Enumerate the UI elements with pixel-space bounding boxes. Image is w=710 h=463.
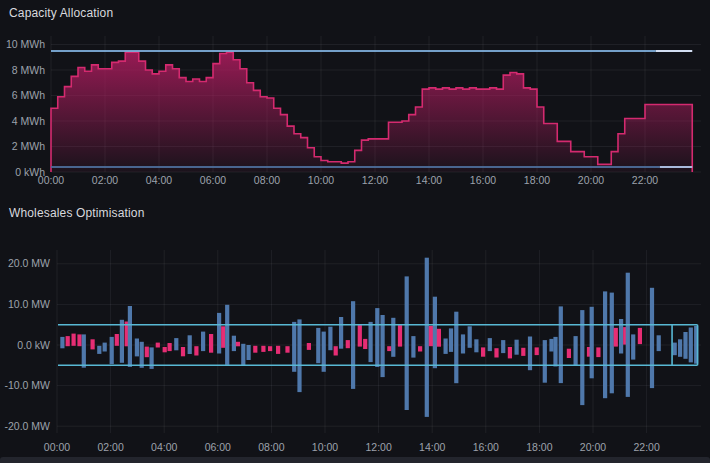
imbalance-bar[interactable] — [316, 328, 320, 363]
imbalance-bar[interactable] — [638, 328, 642, 344]
imbalance-bar[interactable] — [631, 334, 635, 359]
imbalance-bar[interactable] — [549, 339, 553, 352]
imbalance-bar[interactable] — [163, 347, 167, 352]
imbalance-bar[interactable] — [474, 339, 478, 352]
imbalance-bar[interactable] — [488, 338, 492, 351]
imbalance-bar[interactable] — [433, 297, 437, 369]
imbalance-bar[interactable] — [425, 258, 429, 417]
imbalance-bar[interactable] — [253, 346, 257, 353]
imbalance-bar[interactable] — [553, 337, 557, 367]
imbalance-bar[interactable] — [82, 334, 86, 367]
imbalance-bar[interactable] — [66, 336, 70, 346]
imbalance-bar[interactable] — [268, 346, 272, 351]
imbalance-bar[interactable] — [236, 342, 240, 347]
imbalance-bar[interactable] — [209, 334, 213, 353]
imbalance-bar[interactable] — [387, 346, 391, 351]
imbalance-bar[interactable] — [398, 325, 402, 347]
imbalance-bar[interactable] — [515, 340, 519, 355]
imbalance-bar[interactable] — [156, 343, 160, 348]
imbalance-bar[interactable] — [535, 347, 539, 355]
imbalance-bar[interactable] — [603, 291, 607, 398]
imbalance-bar[interactable] — [437, 329, 441, 347]
imbalance-bar[interactable] — [375, 308, 379, 367]
imbalance-bar[interactable] — [194, 346, 198, 355]
imbalance-bar[interactable] — [449, 328, 453, 352]
imbalance-bar[interactable] — [217, 313, 221, 354]
imbalance-bar[interactable] — [261, 346, 265, 352]
y-tick-label: 4 MWh — [12, 115, 45, 127]
imbalance-bar[interactable] — [276, 346, 280, 354]
imbalance-bar[interactable] — [494, 348, 498, 357]
imbalance-bar[interactable] — [501, 340, 505, 353]
y-tick-label: 8 MWh — [12, 64, 45, 76]
imbalance-bar[interactable] — [140, 342, 144, 368]
imbalance-bar[interactable] — [201, 332, 205, 352]
imbalance-bar[interactable] — [225, 305, 229, 365]
imbalance-bar[interactable] — [626, 273, 630, 397]
imbalance-bar[interactable] — [574, 336, 578, 366]
next-panel-top-edge — [0, 457, 710, 463]
imbalance-bar[interactable] — [508, 347, 512, 358]
imbalance-bar[interactable] — [77, 334, 81, 346]
x-tick-label: 16:00 — [470, 174, 496, 186]
imbalance-bar[interactable] — [292, 322, 296, 372]
imbalance-bar[interactable] — [468, 326, 472, 348]
imbalance-bar[interactable] — [297, 319, 301, 392]
imbalance-bar[interactable] — [110, 337, 114, 364]
imbalance-bar[interactable] — [590, 307, 594, 379]
wholesales-optimisation-chart[interactable]: 20.0 MW10.0 MW0.0 kW-10.0 MW-20.0 MW00:0… — [0, 200, 710, 463]
imbalance-bar[interactable] — [334, 346, 338, 355]
imbalance-bar[interactable] — [369, 322, 373, 362]
imbalance-bar[interactable] — [673, 343, 677, 356]
imbalance-bar[interactable] — [181, 347, 185, 356]
imbalance-bar[interactable] — [339, 317, 343, 349]
imbalance-bar[interactable] — [221, 326, 225, 348]
imbalance-bar[interactable] — [115, 334, 119, 346]
imbalance-bar[interactable] — [285, 346, 289, 353]
imbalance-bar[interactable] — [351, 301, 355, 389]
imbalance-bar[interactable] — [610, 293, 614, 394]
imbalance-bar[interactable] — [188, 335, 192, 354]
imbalance-bar[interactable] — [328, 327, 332, 351]
imbalance-bar[interactable] — [232, 336, 236, 351]
imbalance-bar[interactable] — [596, 347, 600, 357]
imbalance-bar[interactable] — [168, 343, 172, 351]
imbalance-bar[interactable] — [307, 343, 311, 350]
imbalance-bar[interactable] — [128, 306, 132, 367]
x-tick-label: 02:00 — [97, 441, 123, 453]
imbalance-bar[interactable] — [241, 344, 245, 366]
imbalance-bar[interactable] — [391, 318, 395, 357]
imbalance-bar[interactable] — [120, 320, 124, 363]
imbalance-bar[interactable] — [418, 346, 422, 351]
imbalance-bar[interactable] — [567, 349, 571, 358]
imbalance-bar[interactable] — [683, 332, 687, 359]
imbalance-bar[interactable] — [461, 334, 465, 353]
imbalance-bar[interactable] — [614, 328, 618, 347]
imbalance-bar[interactable] — [444, 339, 448, 354]
imbalance-bar[interactable] — [650, 288, 654, 388]
imbalance-bar[interactable] — [521, 348, 525, 356]
imbalance-bar[interactable] — [411, 336, 415, 358]
imbalance-bar[interactable] — [481, 347, 485, 356]
imbalance-bar[interactable] — [559, 306, 563, 383]
imbalance-bar[interactable] — [72, 334, 76, 346]
imbalance-bar[interactable] — [657, 335, 661, 351]
imbalance-bar[interactable] — [454, 312, 458, 384]
imbalance-bar[interactable] — [543, 340, 547, 383]
imbalance-bar[interactable] — [247, 345, 251, 360]
imbalance-bar[interactable] — [678, 339, 682, 357]
capacity-allocation-chart[interactable]: 10 MWh8 MWh6 MWh4 MWh2 MWh0 kWh00:0002:0… — [0, 0, 710, 200]
imbalance-bar[interactable] — [174, 338, 178, 350]
imbalance-bar[interactable] — [135, 339, 139, 357]
imbalance-bar[interactable] — [103, 343, 107, 352]
imbalance-bar[interactable] — [91, 339, 95, 349]
imbalance-bar[interactable] — [429, 326, 433, 346]
imbalance-bar[interactable] — [689, 328, 693, 363]
imbalance-bar[interactable] — [60, 337, 64, 348]
imbalance-bar[interactable] — [97, 346, 101, 354]
imbalance-bar[interactable] — [363, 339, 367, 349]
imbalance-bar[interactable] — [346, 340, 350, 348]
imbalance-bar[interactable] — [145, 347, 149, 358]
imbalance-bar[interactable] — [358, 325, 362, 347]
imbalance-bar[interactable] — [405, 276, 409, 410]
